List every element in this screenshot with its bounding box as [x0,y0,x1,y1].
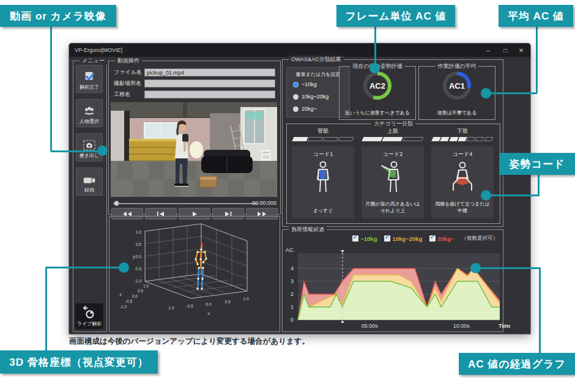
callout-frame-ac: フレーム単位 AC 値 [336,5,455,27]
callout-video-source: 動画 or カメラ映像 [0,5,116,27]
posture-caption: 片腕が肩の高さあるいはそれより上 [362,201,424,215]
callout-label: フレーム単位 AC 値 [345,9,446,23]
svg-text:0.0: 0.0 [136,254,141,259]
code-label: コード1 [292,150,354,158]
callout-average-ac: 平均 AC 値 [499,5,573,27]
owas-result-group: OWAS&AC分類結果 重量または力を設定 ~10kg 10kg~20kg 20… [282,59,503,227]
live-analysis-button[interactable]: ライブ解析 [75,303,103,329]
posture-card-lower: コード4 両膝を曲げて立つまたは中腰 [431,146,494,218]
callout-label: AC 値の経過グラフ [468,357,566,371]
weight-option-10to20[interactable]: 10kg~20kg [293,93,328,100]
radio-icon [293,106,299,112]
callout-line [476,267,540,269]
owas-result-label: OWAS&AC分類結果 [289,56,344,64]
code-segment [322,137,338,141]
live-analysis-icon [81,305,97,320]
callout-line [486,194,539,196]
menu-item-label: 人物選択 [80,118,99,125]
callout-label: 3D 骨格座標（視点変更可） [9,355,148,369]
callout-dot [481,190,491,201]
window-title: VP-Ergono[MOVIE] [75,47,122,53]
code-segment [440,137,450,141]
current-ac-caption: 近いうちに改善すべきである [339,109,415,116]
legend-label: 10kg~20kg [392,235,422,242]
menu-button-analysis-complete[interactable]: 解析完了 [76,65,103,93]
callout-label: 動画 or カメラ映像 [10,9,106,23]
code-segment [338,137,354,141]
page: 動画 or カメラ映像 フレーム単位 AC 値 平均 AC 値 姿勢コード 3D… [0,0,575,392]
legend-under10[interactable]: ✓ ~10kg [352,235,377,242]
location-label: 撮影場所名 [114,80,144,87]
close-button[interactable]: ✕ [513,43,529,57]
filename-label: ファイル名 [114,68,144,76]
title-bar[interactable]: VP-Ergono[MOVIE] – □ ✕ [69,43,530,57]
location-field[interactable] [144,80,275,87]
svg-text:3: 3 [291,278,294,284]
code-segment [292,137,308,141]
checkbox-icon: ✓ [384,235,390,242]
posture-figure-arm-raised [379,160,406,195]
weight-option-over20[interactable]: 20kg~ [293,105,317,113]
svg-text:0.0: 0.0 [132,294,138,298]
code-segments-back [293,137,353,141]
ac-history-chart[interactable]: 01234AC05:00s10:00sTime [278,243,510,329]
legend-note: （複数選択可） [462,235,499,242]
posture-caption: 両膝を曲げて立つまたは中腰 [431,201,494,215]
posture-caption: まっすぐ [292,208,354,215]
weight-option-under10[interactable]: ~10kg [293,81,317,88]
category-column-back: 背部 コード1 まっすぐ [292,124,354,223]
posture-card-back: コード1 まっすぐ [292,146,354,218]
3d-skeleton-plot[interactable]: 1.00.50.0-0.5-1.01.00.50.0-0.5-1.0-1.0-0… [109,216,278,330]
process-field[interactable] [144,91,275,98]
menu-button-person-select[interactable]: 人物選択 [76,99,103,127]
menu-item-label: 解析完了 [80,84,99,91]
callout-label: 平均 AC 値 [508,9,564,23]
callout-line [486,92,537,94]
code-segment [458,137,467,141]
callout-label: 姿勢コード [510,157,565,171]
svg-text:0.5: 0.5 [224,300,230,304]
part-label-lower: 下肢 [431,127,494,135]
part-label-upper: 上肢 [362,127,424,135]
callout-line [46,267,124,268]
legend-10to20[interactable]: ✓ 10kg~20kg [384,235,422,242]
app-window: VP-Ergono[MOVIE] – □ ✕ メニュー 解析完了 [69,43,531,335]
current-ac-value: AC2 [361,69,394,102]
check-icon: ✓ [429,232,436,241]
menu-group: メニュー 解析完了 人物選択 [73,61,107,332]
callout-dot [369,63,380,73]
maximize-button[interactable]: □ [497,43,513,57]
posture-card-upper: コード2 片腕が肩の高さあるいはそれより上 [362,146,424,218]
svg-text:4: 4 [291,265,294,272]
average-ac-caption: 改善は不要である [419,109,495,116]
svg-text:10:00s: 10:00s [453,323,470,329]
svg-text:AC: AC [286,246,294,253]
code-segment [449,137,458,141]
part-label-back: 背部 [292,127,354,135]
filename-field[interactable] [144,68,275,76]
live-analysis-label: ライブ解析 [77,320,102,327]
code-segments-upper [363,137,423,141]
skeleton-3d-panel[interactable]: 1.00.50.0-0.5-1.01.00.50.0-0.5-1.0-1.0-0… [109,216,280,332]
seek-bar[interactable] [113,203,258,204]
code-segment [402,137,423,141]
timecode: 00:00:000 [252,200,276,206]
legend-over20[interactable]: ✓ 20kg~ [429,235,454,242]
menu-item-label: 書き出し [80,152,99,159]
svg-text:-0.5: -0.5 [135,267,142,271]
svg-text:x: x [207,311,210,316]
code-segment [484,137,493,141]
category-panel: カテゴリー分類 背部 コード1 [286,124,500,224]
code-segments-lower [432,137,492,141]
posture-figure-straight [310,160,336,195]
menu-button-record[interactable]: 録画 [76,168,103,196]
seek-handle[interactable] [114,201,119,206]
minimize-button[interactable]: – [480,43,496,57]
svg-text:0.5: 0.5 [138,289,143,293]
radio-icon [293,94,299,100]
code-segment [362,137,382,141]
average-ac-value: AC1 [440,69,473,102]
legend-label: ~10kg [360,235,377,242]
graph-legend: ✓ ~10kg ✓ 10kg~20kg ✓ 20kg~ （複数選択可） [352,235,498,242]
callout-dot [481,88,491,98]
